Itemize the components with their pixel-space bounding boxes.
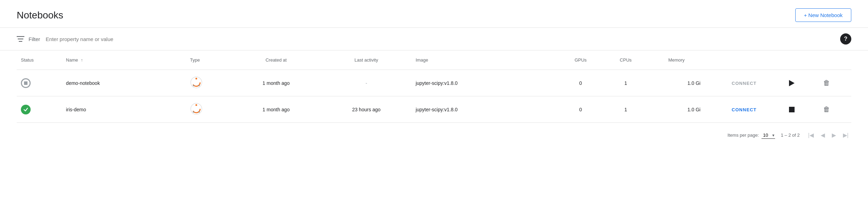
stop-cell-2 [783,96,817,123]
page-title: Notebooks [17,10,63,21]
status-cell-2 [17,96,62,123]
jupyter-type-icon-2 [190,103,203,115]
image-cell-2: jupyter-scipy:v1.8.0 [411,96,558,123]
page-header: Notebooks + New Notebook [0,0,868,28]
delete-button-1[interactable]: 🗑 [822,78,831,88]
gpus-cell-2: 0 [558,96,603,123]
notebooks-table-container: Status Name ↑ Type Created at Last activ… [0,50,868,123]
next-page-button[interactable]: ▶ [829,130,839,141]
last-page-button[interactable]: ▶| [840,130,851,141]
new-notebook-button[interactable]: + New Notebook [795,8,851,22]
notebook-name-2: iris-demo [66,107,86,112]
filter-bar: Filter ? [0,28,868,50]
delete-cell-2: 🗑 [818,96,851,123]
play-cell-1 [783,70,817,96]
items-per-page-label: Items per page: [727,133,759,138]
cpus-cell-1: 1 [603,70,648,96]
col-header-created: Created at [231,50,321,70]
type-cell-2 [186,96,231,123]
page-navigation: |◀ ◀ ▶ ▶| [805,130,851,141]
page-range-text: 1 – 2 of 2 [781,133,799,138]
col-header-type: Type [186,50,231,70]
delete-button-2[interactable]: 🗑 [822,104,831,115]
svg-point-5 [196,78,197,80]
status-cell-1 [17,70,62,96]
items-per-page-control: Items per page: 5 10 25 50 [727,132,775,139]
col-header-cpus: CPUs [603,50,648,70]
trash-icon-2: 🗑 [823,105,830,113]
prev-page-button[interactable]: ◀ [818,130,828,141]
name-cell-1: demo-notebook [62,70,186,96]
stop-icon-2 [789,107,795,112]
trash-icon-1: 🗑 [823,79,830,87]
col-header-memory: Memory [648,50,705,70]
memory-cell-2: 1.0 Gi [648,96,705,123]
svg-point-6 [193,85,194,86]
col-header-image: Image [411,50,558,70]
sort-asc-icon: ↑ [81,58,83,63]
connect-cell-1: CONNECT [705,70,784,96]
table-header-row: Status Name ↑ Type Created at Last activ… [17,50,851,70]
delete-cell-1: 🗑 [818,70,851,96]
col-header-name[interactable]: Name ↑ [62,50,186,70]
connect-cell-2: CONNECT [705,96,784,123]
notebooks-page: Notebooks + New Notebook Filter ? Status… [0,0,868,224]
col-header-connect [705,50,784,70]
connect-button-2[interactable]: CONNECT [732,107,757,112]
table-row: iris-demo 1 month ago [17,96,851,123]
connect-button-1[interactable]: CONNECT [732,81,757,86]
table-body: demo-notebook 1 month ago [17,70,851,123]
pagination-bar: Items per page: 5 10 25 50 1 – 2 of 2 |◀… [0,123,868,147]
jupyter-type-icon-1 [190,76,203,89]
col-header-gpus: GPUs [558,50,603,70]
col-header-status: Status [17,50,62,70]
svg-point-7 [198,85,200,86]
help-icon[interactable]: ? [840,33,851,45]
created-cell-2: 1 month ago [231,96,321,123]
activity-cell-2: 23 hours ago [321,96,411,123]
image-cell-1: jupyter-scipy:v1.8.0 [411,70,558,96]
filter-input[interactable] [46,36,836,42]
per-page-wrapper: 5 10 25 50 [762,132,775,139]
status-stopped-icon [21,78,31,88]
stop-button-2[interactable] [788,105,796,114]
svg-point-10 [196,104,197,106]
svg-point-11 [193,111,194,113]
type-cell-1 [186,70,231,96]
cpus-cell-2: 1 [603,96,648,123]
col-header-delete [818,50,851,70]
svg-point-12 [198,111,200,113]
activity-cell-1: - [321,70,411,96]
table-row: demo-notebook 1 month ago [17,70,851,96]
status-running-icon [21,105,31,114]
items-per-page-select[interactable]: 5 10 25 50 [762,132,775,139]
notebooks-table: Status Name ↑ Type Created at Last activ… [17,50,851,123]
notebook-name-1: demo-notebook [66,80,100,86]
col-header-play [783,50,817,70]
filter-icon [17,36,24,42]
play-icon-1 [789,80,795,86]
first-page-button[interactable]: |◀ [805,130,816,141]
gpus-cell-1: 0 [558,70,603,96]
filter-label: Filter [29,36,40,42]
col-header-activity: Last activity [321,50,411,70]
created-cell-1: 1 month ago [231,70,321,96]
play-button-1[interactable] [788,79,796,88]
name-cell-2: iris-demo [62,96,186,123]
memory-cell-1: 1.0 Gi [648,70,705,96]
